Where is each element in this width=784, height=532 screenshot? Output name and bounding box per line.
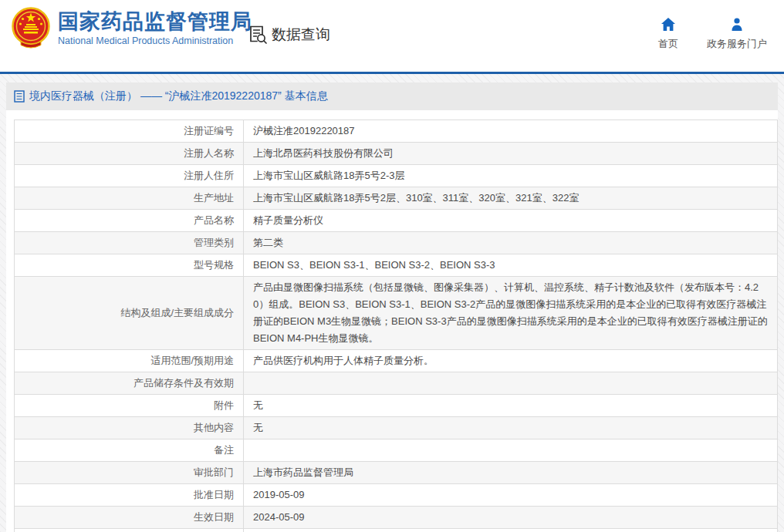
field-value: 无 <box>244 417 778 439</box>
field-value: 产品供医疗机构用于人体精子质量分析。 <box>244 350 778 372</box>
table-row: 有效期至2029-05-08 <box>15 529 778 532</box>
top-nav: 首页 政务服务门户 <box>653 17 767 51</box>
field-label: 注册证编号 <box>15 120 244 143</box>
user-icon <box>729 17 745 32</box>
field-value: 沪械注准20192220187 <box>244 120 778 143</box>
field-label: 生效日期 <box>15 507 244 529</box>
nav-item-label: 首页 <box>658 37 678 51</box>
registration-info-table: 注册证编号沪械注准20192220187注册人名称上海北昂医药科技股份有限公司注… <box>14 120 778 532</box>
page-title-bar: 境内医疗器械（注册） —— “沪械注准20192220187” 基本信息 <box>6 82 778 110</box>
data-query-label: 数据查询 <box>272 25 330 45</box>
field-value <box>244 372 778 395</box>
field-value: 无 <box>244 395 778 417</box>
org-name-cn: 国家药品监督管理局 <box>58 9 252 34</box>
table-row: 注册人名称上海北昂医药科技股份有限公司 <box>15 143 778 165</box>
field-value <box>244 439 778 462</box>
field-label: 结构及组成/主要组成成分 <box>15 277 244 350</box>
table-row: 适用范围/预期用途产品供医疗机构用于人体精子质量分析。 <box>15 350 778 372</box>
field-value: 2024-05-09 <box>244 507 778 529</box>
document-list-icon <box>14 90 25 103</box>
field-label: 产品储存条件及有效期 <box>15 372 244 395</box>
registration-info-table-wrap: 注册证编号沪械注准20192220187注册人名称上海北昂医药科技股份有限公司注… <box>14 120 770 532</box>
site-logo[interactable]: 国家药品监督管理局 National Medical Products Admi… <box>11 6 252 49</box>
field-label: 附件 <box>15 395 244 417</box>
document-search-icon <box>247 24 268 45</box>
field-label: 审批部门 <box>15 462 244 484</box>
field-value: 2029-05-08 <box>244 529 778 532</box>
data-query-link[interactable]: 数据查询 <box>247 24 330 45</box>
table-row: 注册证编号沪械注准20192220187 <box>15 120 778 143</box>
field-value: 上海北昂医药科技股份有限公司 <box>244 143 778 165</box>
table-row: 管理类别第二类 <box>15 232 778 254</box>
field-value: 产品由显微图像扫描系统（包括显微镜、图像采集器）、计算机、温控系统、精子计数池及… <box>244 277 778 350</box>
table-row: 其他内容无 <box>15 417 778 439</box>
nav-item-home[interactable]: 首页 <box>653 17 684 51</box>
field-value: 上海市药品监督管理局 <box>244 462 778 484</box>
table-row: 审批部门上海市药品监督管理局 <box>15 462 778 484</box>
national-emblem-icon <box>11 6 51 49</box>
table-row: 生效日期2024-05-09 <box>15 507 778 529</box>
org-name-en: National Medical Products Administration <box>58 35 252 46</box>
table-row: 结构及组成/主要组成成分产品由显微图像扫描系统（包括显微镜、图像采集器）、计算机… <box>15 277 778 350</box>
home-icon <box>661 17 676 32</box>
field-value: 上海市宝山区威航路18弄5号2-3层 <box>244 165 778 187</box>
table-row: 批准日期2019-05-09 <box>15 484 778 507</box>
nav-item-portal[interactable]: 政务服务门户 <box>707 17 767 51</box>
field-value: 第二类 <box>244 232 778 254</box>
field-label: 有效期至 <box>15 529 244 532</box>
table-row: 产品储存条件及有效期 <box>15 372 778 395</box>
field-label: 批准日期 <box>15 484 244 507</box>
field-label: 其他内容 <box>15 417 244 439</box>
field-value: BEION S3、BEION S3-1、BEION S3-2、BEION S3-… <box>244 254 778 277</box>
table-row: 产品名称精子质量分析仪 <box>15 210 778 232</box>
field-label: 适用范围/预期用途 <box>15 350 244 372</box>
page-background: 境内医疗器械（注册） —— “沪械注准20192220187” 基本信息 注册证… <box>0 74 784 532</box>
nav-item-label: 政务服务门户 <box>707 37 767 51</box>
field-value: 精子质量分析仪 <box>244 210 778 232</box>
content-panel: 境内医疗器械（注册） —— “沪械注准20192220187” 基本信息 注册证… <box>6 82 778 532</box>
field-label: 注册人名称 <box>15 143 244 165</box>
table-row: 生产地址上海市宝山区威航路18弄5号2层、310室、311室、320室、321室… <box>15 187 778 210</box>
field-label: 产品名称 <box>15 210 244 232</box>
field-label: 生产地址 <box>15 187 244 210</box>
page-title: 境内医疗器械（注册） —— “沪械注准20192220187” 基本信息 <box>29 89 328 103</box>
table-row: 附件无 <box>15 395 778 417</box>
field-label: 备注 <box>15 439 244 462</box>
table-row: 注册人住所上海市宝山区威航路18弄5号2-3层 <box>15 165 778 187</box>
field-label: 管理类别 <box>15 232 244 254</box>
field-label: 注册人住所 <box>15 165 244 187</box>
field-value: 2019-05-09 <box>244 484 778 507</box>
table-row: 备注 <box>15 439 778 462</box>
field-label: 型号规格 <box>15 254 244 277</box>
field-value: 上海市宝山区威航路18弄5号2层、310室、311室、320室、321室、322… <box>244 187 778 210</box>
site-header: 国家药品监督管理局 National Medical Products Admi… <box>0 0 784 72</box>
table-row: 型号规格BEION S3、BEION S3-1、BEION S3-2、BEION… <box>15 254 778 277</box>
